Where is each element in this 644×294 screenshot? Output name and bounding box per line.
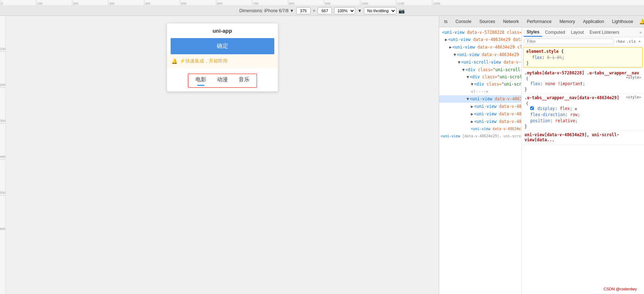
devtools-content: <uni-view data-v-57280228 class="mytabs"… [439, 27, 644, 294]
ruler-tick-200: 200 [72, 0, 108, 6]
filter-input[interactable] [524, 38, 614, 44]
html-line-7: ▼<div class="uni-scroll-view-content"> f… [439, 81, 521, 88]
html-line-4: ▼<uni-scroll-view data-v-48634e29 class=… [439, 59, 521, 66]
u-tabs-display-prop: display: flex; ▣ [524, 106, 641, 112]
mytabs-rule: .mytabs[data-v-57280228] .u-tabs__wrappe… [522, 69, 644, 94]
html-line-5: ▼<div class="uni-scroll-view"> [439, 66, 521, 73]
tab-item-anime[interactable]: 动漫 [217, 76, 228, 85]
uni-view-rule: uni-view[data-v-48634e29], uni-scroll-vi… [522, 131, 644, 145]
throttle-arrow: ▼ [357, 8, 362, 13]
ruler-tick-100: 100 [36, 0, 72, 6]
tab-lighthouse[interactable]: Lighthouse [608, 16, 637, 27]
confirm-button[interactable]: 确定 [171, 38, 274, 54]
html-line-3: ▼<uni-view data-v-48634e29 class="u-tabs… [439, 51, 521, 59]
app-title: uni-app [167, 23, 278, 38]
ruler-tick-900: 900 [324, 0, 360, 6]
element-style-close: } [526, 61, 639, 66]
tab-sources[interactable]: Sources [476, 16, 499, 27]
banner-text: ⚡快速集成，开箱即用 [180, 58, 228, 64]
ruler-tick-1200: 1200 [432, 0, 468, 6]
styles-panel: Styles Computed Layout Event Listeners »… [522, 27, 644, 294]
style-tab-styles[interactable]: Styles [524, 28, 542, 37]
left-ruler: 100 200 300 400 500 600 [0, 16, 6, 294]
style-tab-computed[interactable]: Computed [542, 28, 568, 36]
ruler-tick-700: 700 [252, 0, 288, 6]
tab-performance[interactable]: Performance [523, 16, 555, 27]
html-line-comment: <!----> [439, 88, 521, 95]
ruler-bar: 0 100 200 300 400 500 600 700 800 900 10… [0, 0, 644, 6]
filter-row: :hov .cls + [522, 37, 644, 46]
cls-filter[interactable]: .cls [626, 39, 636, 44]
html-line-selected[interactable]: ▼<uni-view data-v-48634e29 class="u-tabs… [439, 95, 521, 103]
top-toolbar: Dimensions: iPhone 6/7/8 ▼ × 100% 75% 50… [0, 6, 644, 16]
devtools-icons: 🔔 ⚙ ✕ [638, 18, 644, 25]
style-tab-layout[interactable]: Layout [568, 28, 587, 36]
tab-console[interactable]: Console [452, 16, 475, 27]
ruler-tick-500: 500 [180, 0, 216, 6]
add-style-btn[interactable]: + [638, 39, 642, 44]
ruler-tick-1000: 1000 [360, 0, 396, 6]
uni-view-selector: uni-view[data-v-48634e29], uni-scroll-vi… [524, 132, 641, 142]
preview-area: uni-app 确定 🔔 ⚡快速集成，开箱即用 电影 动漫 音乐 [6, 16, 439, 294]
html-line-nav-line: <uni-view data-v-48634e29 class="u-tabs_… [439, 125, 521, 133]
banner-area: 🔔 ⚡快速集成，开箱即用 [167, 54, 278, 68]
tab-memory[interactable]: Memory [556, 16, 578, 27]
style-tabs-row: Styles Computed Layout Event Listeners » [522, 27, 644, 37]
html-line-nav-item-1: ▶<uni-view data-v-48634e29 class="u-tabs… [439, 110, 521, 118]
element-style-rule: element.style { flex: 0 1 0%; } [523, 47, 643, 68]
banner-icon: 🔔 [171, 58, 177, 64]
tab-application[interactable]: Application [579, 16, 608, 27]
display-checkbox[interactable] [530, 106, 534, 110]
html-line-nav-item-0: ▶<uni-view data-v-48634e29 class="u-tabs… [439, 103, 521, 110]
ruler-tick-1100: 1100 [396, 0, 432, 6]
dimension-separator: × [313, 8, 316, 13]
more-tabs-icon[interactable]: » [639, 30, 642, 35]
html-line-0: <uni-view data-v-57280228 class="mytabs"… [439, 29, 521, 36]
tab-item-movie[interactable]: 电影 [195, 76, 206, 85]
phone-frame: uni-app 确定 🔔 ⚡快速集成，开箱即用 电影 动漫 音乐 [167, 23, 278, 92]
html-line-last: <uni-view [data-v-48634e29], uni-scroll-… [439, 133, 521, 140]
tab-network[interactable]: Network [499, 16, 522, 27]
element-style-flex-prop: flex: 0 1 0%; [526, 55, 639, 61]
hov-filter[interactable]: :hov [616, 39, 625, 44]
html-line-2: ▶<uni-view data-v-48634e29 class="u-tabs… [439, 43, 521, 51]
device-controls: Dimensions: iPhone 6/7/8 ▼ × 100% 75% 50… [239, 7, 405, 14]
height-input[interactable] [318, 7, 332, 14]
ruler-tick-400: 400 [144, 0, 180, 6]
u-tabs-position-prop: position: relative; [524, 118, 641, 124]
style-tab-events[interactable]: Event Listeners [587, 28, 622, 36]
devtools-panel: ts Console Sources Network Performance M… [439, 16, 644, 294]
html-line-nav-item-2: ▶<uni-view data-v-48634e29 class="u-tabs… [439, 118, 521, 125]
zoom-select[interactable]: 100% 75% 50% [334, 7, 355, 14]
devtools-tabs-row: ts Console Sources Network Performance M… [439, 16, 644, 27]
u-tabs-nav-source: <style> [626, 95, 641, 99]
width-input[interactable] [296, 7, 311, 14]
mytabs-flex-prop: flex: none !important; [524, 81, 641, 87]
u-tabs-nav-selector: .u-tabs__wrapper__nav[data-v-48634e29] <… [524, 95, 641, 100]
element-style-selector: element.style { [526, 49, 639, 54]
u-tabs-open-brace: { [524, 101, 641, 106]
mytabs-selector: .mytabs[data-v-57280228] .u-tabs__wrappe… [524, 70, 641, 75]
tabs-box: 电影 动漫 音乐 [188, 74, 257, 88]
dimensions-label: Dimensions: iPhone 6/7/8 ▼ [239, 8, 294, 13]
tab-ts[interactable]: ts [441, 16, 451, 27]
ruler-tick-600: 600 [216, 0, 252, 6]
tab-item-music[interactable]: 音乐 [239, 76, 249, 85]
ruler-tick-800: 800 [288, 0, 324, 6]
u-tabs-nav-rule: .u-tabs__wrapper__nav[data-v-48634e29] <… [522, 94, 644, 131]
u-tabs-flex-direction-prop: flex-direction: row; [524, 112, 641, 118]
screenshot-icon[interactable]: 📷 [398, 8, 405, 14]
ruler-tick-300: 300 [108, 0, 144, 6]
main-area: 100 200 300 400 500 600 uni-app 确定 🔔 ⚡快速… [0, 16, 644, 294]
mytabs-open-brace: { [524, 76, 641, 81]
html-line-1: ▶<uni-view data-v-48634e29 data-v-572802… [439, 36, 521, 43]
notification-icon[interactable]: 🔔 [638, 18, 644, 25]
tabs-container: 电影 动漫 音乐 [167, 68, 278, 91]
mytabs-source: <style> [626, 75, 641, 79]
mytabs-close: } [524, 87, 641, 92]
ruler-tick-0: 0 [0, 0, 36, 6]
html-tree[interactable]: <uni-view data-v-57280228 class="mytabs"… [439, 27, 522, 294]
u-tabs-close: } [524, 124, 641, 129]
throttle-select[interactable]: No throttling Fast 3G Slow 3G [364, 7, 396, 14]
html-line-6: ▼<div class="uni-scroll-view" style="ove… [439, 73, 521, 81]
